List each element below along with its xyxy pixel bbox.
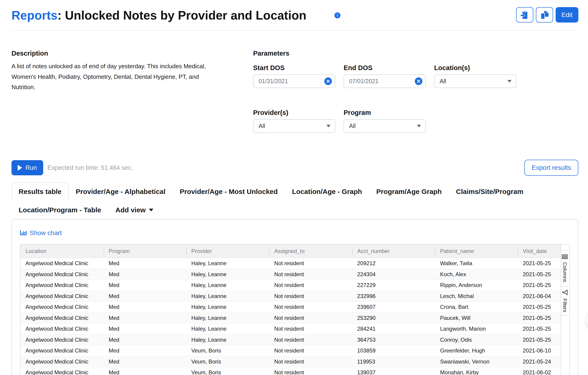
table-cell: Angelwood Medical Clinic (21, 323, 104, 334)
column-header-provider[interactable]: Provider (186, 245, 269, 257)
clear-date-button[interactable] (415, 77, 422, 85)
view-tab[interactable]: Claims/Site/Program (449, 182, 530, 201)
table-row[interactable]: Angelwood Medical ClinicMedVeum, BorisNo… (21, 367, 561, 375)
view-tab[interactable]: Provider/Age - Most Unlocked (172, 182, 285, 201)
table-cell: Med (104, 269, 186, 280)
table-cell: 119953 (352, 356, 435, 367)
column-header-location[interactable]: Location (21, 245, 104, 257)
view-tab[interactable]: Location/Program - Table (11, 201, 108, 219)
run-button[interactable]: Run (11, 160, 43, 175)
export-results-button[interactable]: Export results (524, 160, 578, 176)
table-row[interactable]: Angelwood Medical ClinicMedHaley, Leanne… (21, 323, 561, 334)
select-dropdown[interactable]: All (344, 119, 426, 133)
table-cell: 2021-06-04 (518, 291, 561, 302)
table-row[interactable]: Angelwood Medical ClinicMedHaley, Leanne… (21, 258, 561, 269)
show-chart-link[interactable]: Show chart (20, 229, 62, 237)
parameter-label: End DOS (344, 63, 426, 72)
filter-icon (562, 289, 568, 295)
side-bar-spacer (561, 245, 569, 250)
field-value: All (259, 123, 265, 129)
grid-body: Angelwood Medical ClinicMedHaley, Leanne… (21, 258, 561, 375)
table-cell: 227229 (352, 280, 435, 291)
table-cell: Haley, Leanne (186, 302, 269, 312)
view-tab[interactable]: Results table (11, 182, 69, 201)
column-header-acct_number[interactable]: Acct_number (352, 245, 435, 257)
parameter-label: Program (344, 108, 426, 117)
table-cell: Not resident (269, 269, 352, 280)
table-row[interactable]: Angelwood Medical ClinicMedHaley, Leanne… (21, 291, 561, 302)
chart-icon (20, 230, 27, 236)
parameter-label: Provider(s) (253, 108, 335, 117)
columns-side-button[interactable]: Columns (561, 250, 569, 286)
table-cell: Conroy, Odis (435, 334, 518, 345)
table-row[interactable]: Angelwood Medical ClinicMedHaley, Leanne… (21, 269, 561, 280)
table-cell: 2021-05-24 (518, 356, 561, 367)
date-input[interactable]: 07/01/2021 (344, 75, 426, 88)
table-cell: Angelwood Medical Clinic (21, 269, 104, 280)
table-cell: Med (104, 323, 186, 334)
copy-report-button[interactable] (536, 7, 553, 22)
parameter-field: Provider(s)All (253, 108, 335, 133)
table-cell: Med (104, 367, 186, 375)
column-header-patient_name[interactable]: Patient_name (435, 245, 518, 257)
table-cell: Lesch, Michal (435, 291, 518, 302)
columns-side-button-label: Columns (562, 262, 568, 282)
title-separator: : (57, 9, 65, 22)
column-header-visit_date[interactable]: Visit_date (518, 245, 561, 257)
table-cell: Not resident (269, 323, 352, 334)
table-cell: Walker, Twila (435, 258, 518, 269)
column-header-assigned_to[interactable]: Assigned_to (269, 245, 352, 257)
table-cell: Haley, Leanne (186, 291, 269, 302)
view-tab[interactable]: Provider/Age - Alphabetical (69, 182, 173, 201)
table-cell: 103859 (352, 345, 435, 356)
table-row[interactable]: Angelwood Medical ClinicMedHaley, Leanne… (21, 280, 561, 291)
info-icon[interactable]: i (335, 12, 340, 18)
view-tab[interactable]: Program/Age Graph (369, 182, 449, 201)
view-tabs: Results tableProvider/Age - Alphabetical… (11, 182, 578, 219)
filters-side-button[interactable]: Filters (561, 286, 569, 315)
page-header: Reports: Unlocked Notes by Provider and … (11, 0, 578, 24)
parameters-grid: Start DOS01/31/2021End DOS07/01/2021Loca… (253, 63, 578, 133)
table-cell: Med (104, 291, 186, 302)
select-dropdown[interactable]: All (253, 119, 335, 133)
clear-date-button[interactable] (324, 77, 332, 85)
table-row[interactable]: Angelwood Medical ClinicMedHaley, Leanne… (21, 302, 561, 313)
table-cell: Haley, Leanne (186, 323, 269, 334)
page-title: Reports: Unlocked Notes by Provider and … (11, 7, 340, 24)
parameter-field: Location(s)All (434, 63, 516, 88)
table-cell: Not resident (269, 302, 352, 312)
table-cell: Not resident (269, 334, 352, 345)
view-tab[interactable]: Location/Age - Graph (285, 182, 369, 201)
chevron-down-icon (417, 125, 421, 127)
table-cell: Not resident (269, 291, 352, 302)
results-card: Show chart LocationProgramProviderAssign… (11, 219, 578, 375)
description-heading: Description (11, 49, 253, 58)
copy-icon (540, 10, 549, 20)
date-input[interactable]: 01/31/2021 (253, 75, 335, 88)
select-dropdown[interactable]: All (434, 75, 516, 88)
table-cell: Med (104, 302, 186, 312)
table-cell: Angelwood Medical Clinic (21, 345, 104, 356)
table-row[interactable]: Angelwood Medical ClinicMedVeum, BorisNo… (21, 356, 561, 367)
parameter-field: ProgramAll (344, 108, 426, 133)
column-header-program[interactable]: Program (104, 245, 186, 257)
table-cell: Angelwood Medical Clinic (21, 313, 104, 323)
run-row: Run Expected run time: 51.464 sec. Expor… (11, 160, 578, 176)
parameter-field: End DOS07/01/2021 (344, 63, 426, 88)
table-cell: Haley, Leanne (186, 258, 269, 269)
table-cell: 2021-05-25 (518, 280, 561, 291)
grid-main: LocationProgramProviderAssigned_toAcct_n… (21, 245, 561, 375)
table-cell: Veum, Boris (186, 356, 269, 367)
breadcrumb-reports-link[interactable]: Reports (11, 9, 57, 22)
table-cell: Veum, Boris (186, 367, 269, 375)
add-view-button[interactable]: Add view (108, 201, 161, 219)
table-row[interactable]: Angelwood Medical ClinicMedHaley, Leanne… (21, 313, 561, 324)
play-icon (18, 165, 22, 171)
table-cell: Angelwood Medical Clinic (21, 302, 104, 312)
table-cell: 2021-06-02 (518, 367, 561, 375)
table-row[interactable]: Angelwood Medical ClinicMedVeum, BorisNo… (21, 345, 561, 356)
table-row[interactable]: Angelwood Medical ClinicMedHaley, Leanne… (21, 334, 561, 346)
assign-report-button[interactable] (516, 7, 533, 22)
table-cell: 2021-05-25 (518, 302, 561, 312)
edit-button[interactable]: Edit (556, 7, 578, 22)
